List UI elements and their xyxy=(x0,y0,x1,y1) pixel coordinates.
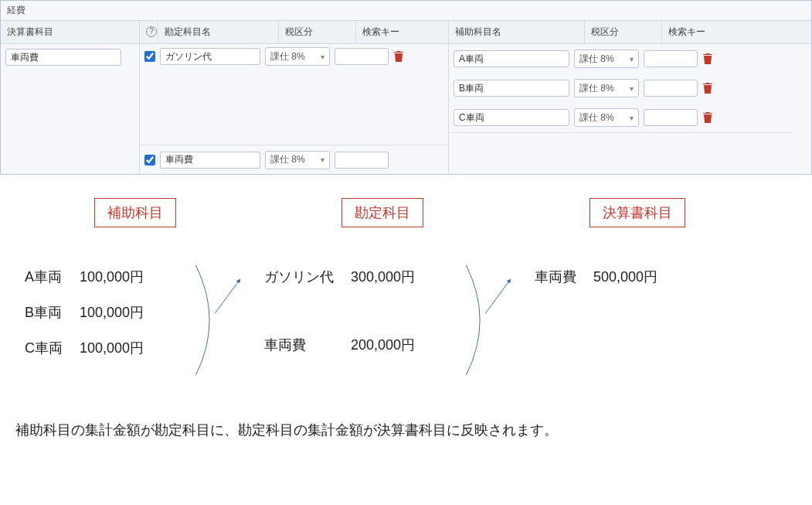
kanjo-group: 課仕 8% 課仕 8% xyxy=(140,44,449,174)
header-kessan: 決算書科目 xyxy=(1,21,140,43)
hojo-name-0[interactable] xyxy=(454,50,569,67)
kanjo-zei-select-1[interactable]: 課仕 8% xyxy=(265,151,330,169)
hojo-row-1: 課仕 8% xyxy=(449,73,793,103)
kanjo-row-0: 課仕 8% xyxy=(140,44,448,145)
trash-icon[interactable] xyxy=(702,53,713,65)
list-item: C車両100,000円 xyxy=(17,331,151,365)
header-help: ? xyxy=(140,21,158,43)
kanjo-check-1[interactable] xyxy=(144,155,155,165)
hojo-row-empty xyxy=(449,132,793,162)
diagram-hojo-col: A車両100,000円 B車両100,000円 C車両100,000円 xyxy=(15,258,178,367)
expense-panel: 経費 決算書科目 ? 勘定科目名 税区分 検索キー 補助科目名 税区分 検索キー xyxy=(0,0,812,175)
list-item: A車両100,000円 xyxy=(17,260,151,294)
diagram-kanjo-col: ガソリン代300,000円 車両費200,000円 xyxy=(255,258,448,363)
hojo-row-2: 課仕 8% xyxy=(449,103,793,132)
box-kanjo: 勘定科目 xyxy=(341,198,423,227)
list-item: 車両費200,000円 xyxy=(257,328,423,362)
grid-header-row: 決算書科目 ? 勘定科目名 税区分 検索キー 補助科目名 税区分 検索キー xyxy=(1,21,811,44)
list-item: 車両費500,000円 xyxy=(527,260,665,294)
list-item: ガソリン代300,000円 xyxy=(257,260,423,294)
header-zei: 税区分 xyxy=(279,21,356,43)
grid-body: 課仕 8% 課仕 8% xyxy=(1,44,811,174)
kanjo-name-0[interactable] xyxy=(160,48,260,65)
hojo-zei-select-1[interactable]: 課仕 8% xyxy=(574,79,639,97)
header-kanjo: 勘定科目名 xyxy=(158,21,279,43)
hojo-kensaku-2[interactable] xyxy=(644,109,698,126)
svg-line-0 xyxy=(215,279,240,313)
trash-icon[interactable] xyxy=(702,111,713,124)
svg-line-1 xyxy=(485,279,511,313)
caption-text: 補助科目の集計金額が勘定科目に、勘定科目の集計金額が決算書科目に反映されます。 xyxy=(15,421,812,439)
kanjo-name-1[interactable] xyxy=(160,152,260,169)
header-kensaku: 検索キー xyxy=(356,21,449,43)
box-hojo: 補助科目 xyxy=(94,198,176,227)
hojo-zei-select-2[interactable]: 課仕 8% xyxy=(574,108,639,127)
kessan-cell xyxy=(1,44,140,174)
hojo-name-1[interactable] xyxy=(454,80,569,97)
kessan-input[interactable] xyxy=(5,49,121,66)
diagram-columns: A車両100,000円 B車両100,000円 C車両100,000円 ガソリン… xyxy=(15,258,797,382)
diagram-area: 補助科目 勘定科目 決算書科目 A車両100,000円 B車両100,000円 … xyxy=(0,175,812,398)
trash-icon[interactable] xyxy=(393,50,404,63)
hojo-kensaku-0[interactable] xyxy=(644,50,698,67)
kanjo-row-1: 課仕 8% xyxy=(140,145,448,174)
arrow-hojo-to-kanjo xyxy=(185,258,247,382)
hojo-name-2[interactable] xyxy=(454,109,569,126)
hojo-kensaku-1[interactable] xyxy=(644,80,698,97)
header-zei2: 税区分 xyxy=(585,21,662,43)
arrow-kanjo-to-kessan xyxy=(456,258,518,382)
kanjo-kensaku-0[interactable] xyxy=(335,48,389,65)
header-hojo: 補助科目名 xyxy=(449,21,585,43)
kanjo-zei-select-0[interactable]: 課仕 8% xyxy=(265,47,330,66)
panel-title: 経費 xyxy=(1,1,811,21)
account-grid: 決算書科目 ? 勘定科目名 税区分 検索キー 補助科目名 税区分 検索キー xyxy=(1,21,811,174)
hojo-row-0: 課仕 8% xyxy=(449,44,793,73)
header-kensaku2: 検索キー xyxy=(662,21,793,43)
hojo-zei-select-0[interactable]: 課仕 8% xyxy=(574,49,639,68)
trash-icon[interactable] xyxy=(702,82,713,94)
help-icon[interactable]: ? xyxy=(146,26,157,37)
list-item: B車両100,000円 xyxy=(17,295,151,329)
diagram-kessan-col: 車両費500,000円 xyxy=(525,258,711,295)
box-kessan: 決算書科目 xyxy=(589,198,685,227)
kanjo-check-0[interactable] xyxy=(144,51,155,62)
kanjo-kensaku-1[interactable] xyxy=(335,152,389,169)
hojo-group: 課仕 8% 課仕 8% 課仕 8% xyxy=(449,44,793,174)
